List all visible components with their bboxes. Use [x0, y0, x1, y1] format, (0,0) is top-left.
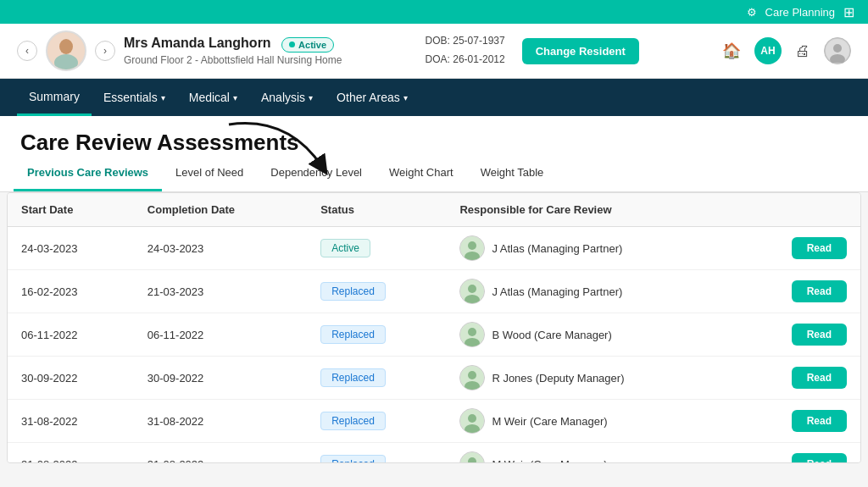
svg-point-1	[59, 39, 73, 54]
cell-start-date: 16-02-2023	[8, 270, 134, 313]
col-responsible: Responsible for Care Review	[446, 193, 736, 227]
status-badge: Replaced	[320, 282, 386, 301]
svg-point-7	[468, 241, 476, 250]
person-avatar	[459, 322, 485, 347]
prev-resident-btn[interactable]: ‹	[17, 41, 37, 61]
cell-read-action: Read	[736, 313, 860, 357]
header-center: DOB: 25-07-1937 DOA: 26-01-2012 Change R…	[426, 32, 639, 69]
care-reviews-table: Start Date Completion Date Status Respon…	[8, 193, 860, 463]
responsible-name: B Wood (Care Manager)	[492, 329, 611, 341]
medical-chevron: ▾	[233, 93, 237, 102]
cell-status: Replaced	[307, 357, 446, 400]
responsible-name: J Atlas (Managing Partner)	[492, 242, 622, 255]
read-button[interactable]: Read	[792, 280, 847, 302]
cell-start-date: 31-08-2022	[8, 400, 134, 443]
cell-responsible: M Weir (Care Manager)	[446, 443, 736, 464]
read-button[interactable]: Read	[792, 453, 847, 463]
user-initials: AH	[754, 37, 782, 64]
dob-doa: DOB: 25-07-1937 DOA: 26-01-2012	[426, 32, 505, 69]
col-completion-date: Completion Date	[134, 193, 307, 227]
table-row: 30-09-2022 30-09-2022 Replaced R Jones (…	[8, 357, 860, 400]
tabs-bar: Previous Care Reviews Level of Need Depe…	[0, 156, 868, 192]
person-avatar	[459, 235, 485, 261]
cell-status: Active	[307, 227, 446, 270]
gear-icon[interactable]: ⚙	[747, 6, 757, 19]
table-row: 31-08-2022 31-08-2022 Replaced M Weir (C…	[8, 400, 860, 443]
cell-start-date: 31-08-2022	[8, 443, 134, 464]
table-header-row: Start Date Completion Date Status Respon…	[8, 193, 860, 227]
cell-status: Replaced	[307, 270, 446, 313]
read-button[interactable]: Read	[792, 237, 847, 259]
essentials-chevron: ▾	[161, 93, 165, 102]
nav-medical[interactable]: Medical ▾	[177, 79, 249, 116]
active-dot	[289, 42, 295, 47]
cell-responsible: J Atlas (Managing Partner)	[446, 270, 736, 313]
table-row: 16-02-2023 21-03-2023 Replaced J Atlas (…	[8, 270, 860, 313]
status-badge: Replaced	[320, 325, 386, 344]
analysis-chevron: ▾	[309, 93, 313, 102]
svg-point-16	[468, 371, 476, 379]
cell-completion-date: 30-09-2022	[134, 357, 307, 400]
cell-responsible: M Weir (Care Manager)	[446, 400, 736, 443]
cell-read-action: Read	[736, 270, 860, 313]
other-areas-chevron: ▾	[403, 93, 408, 102]
tab-weight-chart[interactable]: Weight Chart	[376, 156, 467, 191]
resident-location: Ground Floor 2 - Abbottsfield Hall Nursi…	[124, 54, 342, 66]
person-avatar	[459, 451, 485, 463]
nav-other-areas[interactable]: Other Areas ▾	[325, 79, 420, 116]
cell-start-date: 30-09-2022	[8, 357, 134, 400]
person-avatar	[459, 408, 485, 434]
care-planning-label: Care Planning	[765, 6, 835, 19]
svg-point-10	[468, 285, 476, 293]
cell-completion-date: 31-08-2022	[134, 400, 307, 443]
resident-name: Mrs Amanda Langhorn Active	[124, 36, 342, 53]
col-start-date: Start Date	[8, 193, 134, 227]
cell-responsible: J Atlas (Managing Partner)	[446, 227, 736, 270]
svg-point-4	[833, 44, 842, 53]
table-row: 24-03-2023 24-03-2023 Active J Atlas (Ma…	[8, 227, 860, 270]
nav-analysis[interactable]: Analysis ▾	[249, 79, 325, 116]
person-avatar	[459, 279, 485, 304]
tab-dependency-level[interactable]: Dependency Level	[257, 156, 376, 191]
col-status: Status	[307, 193, 446, 227]
next-resident-btn[interactable]: ›	[95, 41, 115, 61]
tab-level-of-need[interactable]: Level of Need	[162, 156, 257, 191]
read-button[interactable]: Read	[792, 367, 847, 389]
read-button[interactable]: Read	[792, 410, 847, 432]
responsible-name: J Atlas (Managing Partner)	[492, 285, 622, 298]
status-badge: Replaced	[320, 455, 386, 463]
responsible-name: M Weir (Care Manager)	[492, 458, 607, 464]
cell-status: Replaced	[307, 443, 446, 464]
status-badge: Replaced	[320, 368, 386, 387]
cell-read-action: Read	[736, 227, 860, 270]
resident-nav: ‹ › Mrs Amanda Langhorn Active Ground Fl…	[17, 30, 342, 71]
home-icon[interactable]: 🏠	[722, 42, 741, 60]
cell-completion-date: 31-08-2022	[134, 443, 307, 464]
cell-status: Replaced	[307, 313, 446, 357]
print-icon[interactable]: 🖨	[795, 42, 810, 60]
avatar	[46, 30, 86, 71]
tab-previous-care-reviews[interactable]: Previous Care Reviews	[14, 156, 162, 191]
status-badge: Replaced	[320, 412, 386, 430]
main-header: ‹ › Mrs Amanda Langhorn Active Ground Fl…	[0, 24, 868, 79]
cell-status: Replaced	[307, 400, 446, 443]
cell-read-action: Read	[736, 400, 860, 443]
header-actions: 🏠 AH 🖨	[722, 37, 851, 64]
status-badge: Active	[320, 239, 370, 257]
cell-start-date: 24-03-2023	[8, 227, 134, 270]
top-strip: ⚙ Care Planning ⊞	[0, 0, 868, 24]
svg-point-19	[468, 414, 476, 423]
change-resident-button[interactable]: Change Resident	[522, 38, 639, 64]
read-button[interactable]: Read	[792, 324, 847, 346]
grid-icon[interactable]: ⊞	[843, 4, 854, 20]
cell-responsible: B Wood (Care Manager)	[446, 313, 736, 357]
svg-point-13	[468, 328, 476, 336]
cell-read-action: Read	[736, 443, 860, 464]
nav-essentials[interactable]: Essentials ▾	[92, 79, 177, 116]
nav-summary[interactable]: Summary	[17, 79, 92, 116]
cell-responsible: R Jones (Deputy Manager)	[446, 357, 736, 400]
person-avatar	[459, 365, 485, 390]
responsible-name: M Weir (Care Manager)	[492, 415, 607, 428]
cell-start-date: 06-11-2022	[8, 313, 134, 357]
tab-weight-table[interactable]: Weight Table	[467, 156, 558, 191]
